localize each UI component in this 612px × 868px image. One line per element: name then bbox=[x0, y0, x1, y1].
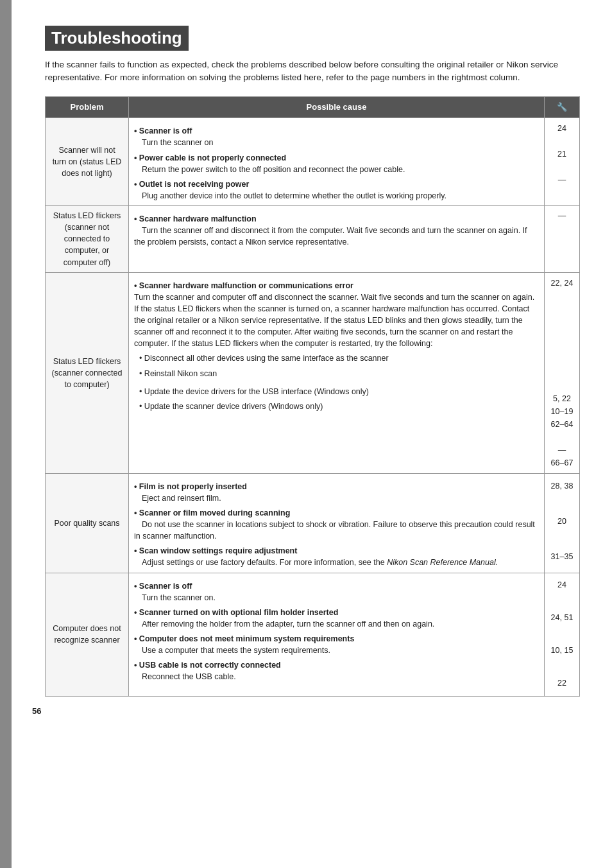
problem-cell: Status LED flickers (scanner not connect… bbox=[46, 206, 129, 273]
problem-cell: Scanner will not turn on (status LED doe… bbox=[46, 118, 129, 206]
cause-cell: • Scanner is off Turn the scanner on. • … bbox=[129, 573, 545, 696]
cause-cell: • Scanner hardware malfunction Turn the … bbox=[129, 206, 545, 273]
table-row: Scanner will not turn on (status LED doe… bbox=[46, 118, 580, 206]
page-cell: 24 21 — bbox=[545, 118, 580, 206]
intro-paragraph: If the scanner fails to function as expe… bbox=[45, 58, 571, 85]
page-number: 56 bbox=[32, 706, 41, 716]
cause-cell: • Scanner is off Turn the scanner on • P… bbox=[129, 118, 545, 206]
page-cell: 24 24, 51 10, 15 22 bbox=[545, 573, 580, 696]
cause-cell: • Film is not properly inserted Eject an… bbox=[129, 473, 545, 573]
table-row: Status LED flickers (scanner not connect… bbox=[46, 206, 580, 273]
problem-cell: Status LED flickers (scanner connected t… bbox=[46, 272, 129, 473]
page-cell: 28, 38 20 31–35 bbox=[545, 473, 580, 573]
table-row: Computer does not recognize scanner • Sc… bbox=[46, 573, 580, 696]
page-cell: 22, 24 5, 22 10–19 62–64 — bbox=[545, 272, 580, 473]
header-problem: Problem bbox=[46, 96, 129, 118]
table-row: Poor quality scans • Film is not properl… bbox=[46, 473, 580, 573]
header-cause: Possible cause bbox=[129, 96, 545, 118]
page-cell: — bbox=[545, 206, 580, 273]
table-row: Status LED flickers (scanner connected t… bbox=[46, 272, 580, 473]
cause-cell: • Scanner hardware malfunction or commun… bbox=[129, 272, 545, 473]
troubleshooting-table: Problem Possible cause 🔧 Scanner will no… bbox=[45, 96, 580, 697]
header-page: 🔧 bbox=[545, 96, 580, 118]
problem-cell: Computer does not recognize scanner bbox=[46, 573, 129, 696]
problem-cell: Poor quality scans bbox=[46, 473, 129, 573]
page-title: Troubleshooting bbox=[45, 26, 189, 51]
